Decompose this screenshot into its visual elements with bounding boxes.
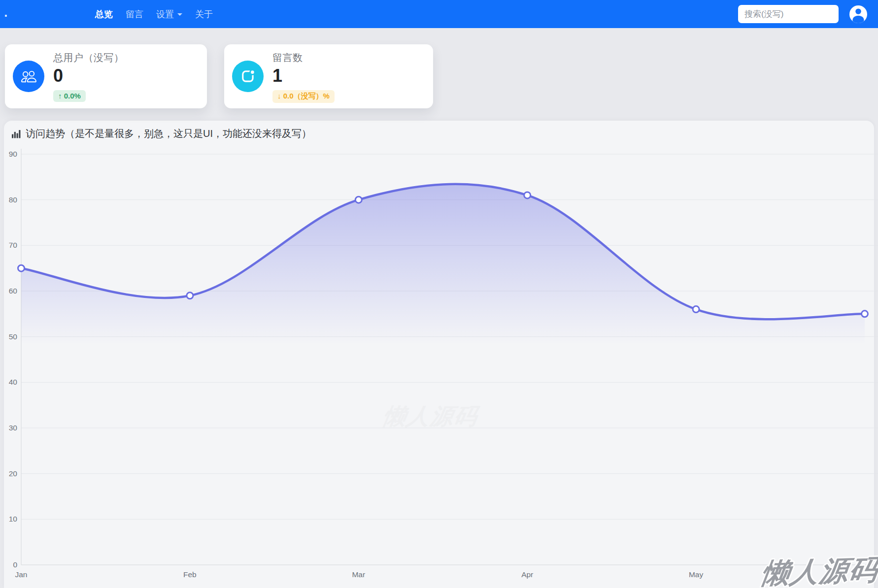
- svg-text:60: 60: [9, 287, 18, 295]
- watermark: 懒人源码: [759, 551, 878, 588]
- stat-value: 0: [53, 65, 124, 87]
- nav-item-label: 总览: [95, 8, 113, 20]
- main-nav: 总览 留言 设置 关于: [90, 5, 218, 23]
- svg-text:40: 40: [9, 378, 18, 386]
- nav-item-label: 关于: [195, 8, 213, 20]
- svg-text:30: 30: [9, 424, 18, 432]
- nav-item-label: 留言: [126, 8, 143, 20]
- stat-icon-circle: [232, 61, 264, 92]
- nav-item-about[interactable]: 关于: [190, 5, 218, 23]
- brand-link[interactable]: [5, 10, 10, 18]
- stat-card-total-users: 总用户（没写） 0 ↑ 0.0%: [5, 44, 207, 108]
- svg-text:Mar: Mar: [352, 570, 365, 579]
- people-icon: [21, 69, 36, 84]
- svg-text:May: May: [689, 570, 704, 579]
- nav-item-label: 设置: [156, 8, 174, 20]
- stat-icon-circle: [13, 61, 44, 92]
- svg-text:70: 70: [9, 241, 18, 249]
- svg-text:Jan: Jan: [15, 570, 28, 579]
- stat-value: 1: [272, 65, 335, 87]
- svg-text:0: 0: [13, 560, 17, 569]
- nav-item-settings[interactable]: 设置: [151, 5, 188, 23]
- svg-text:50: 50: [9, 332, 18, 341]
- brand-dot-icon: [5, 15, 7, 17]
- svg-text:Apr: Apr: [521, 570, 533, 579]
- chat-dot-icon: [239, 68, 256, 85]
- visit-trend-chart[interactable]: 0102030405060708090JanFebMarAprMayJun: [0, 121, 878, 588]
- nav-item-overview[interactable]: 总览: [90, 5, 118, 23]
- search-input[interactable]: [738, 5, 839, 23]
- svg-text:20: 20: [9, 469, 18, 478]
- navbar: 总览 留言 设置 关于: [0, 0, 878, 28]
- nav-item-messages[interactable]: 留言: [120, 5, 149, 23]
- stats-row: 总用户（没写） 0 ↑ 0.0% 留言数 1 ↓ 0.0（没写）%: [0, 28, 878, 108]
- chevron-down-icon: [177, 13, 182, 16]
- navbar-right: [738, 5, 867, 23]
- stat-title: 总用户（没写）: [53, 51, 124, 65]
- svg-text:90: 90: [9, 150, 18, 158]
- svg-text:80: 80: [9, 196, 18, 204]
- stat-title: 留言数: [272, 51, 335, 65]
- svg-text:10: 10: [9, 515, 18, 523]
- trend-badge: ↓ 0.0（没写）%: [272, 90, 335, 103]
- stat-card-messages: 留言数 1 ↓ 0.0（没写）%: [224, 44, 433, 108]
- svg-text:Feb: Feb: [183, 570, 197, 579]
- person-circle-icon[interactable]: [849, 5, 867, 23]
- trend-badge: ↑ 0.0%: [53, 90, 86, 102]
